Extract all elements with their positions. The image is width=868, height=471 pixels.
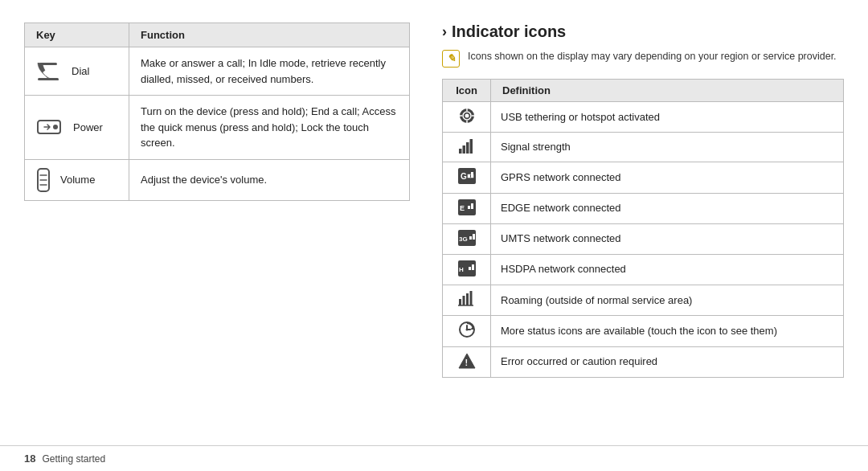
table-row: Roaming (outside of normal service area) [443,285,844,316]
table-row: H HSDPA network connected [443,254,844,285]
table-row: Power Turn on the device (press and hold… [25,96,410,160]
svg-rect-21 [468,174,470,178]
usb-tethering-icon [457,106,477,125]
power-label: Power [73,120,103,136]
power-icon [36,117,63,137]
footer-text: Getting started [42,453,105,465]
gprs-icon: G [457,166,477,186]
signal-strength-icon [457,137,477,156]
icon-header: Icon [443,80,491,102]
note-box: ✎ Icons shown on the display may vary de… [442,49,844,68]
roaming-icon [457,289,477,309]
svg-rect-34 [469,267,471,270]
table-row: ! Error occurred or caution required [443,346,844,377]
signal-strength-def: Signal strength [491,133,844,162]
main-content: Key Function [0,0,868,445]
error-icon-cell: ! [443,346,491,377]
volume-function: Adjust the device's volume. [129,159,410,200]
dial-icon [36,63,62,80]
footer: 18 Getting started [0,445,868,471]
svg-rect-16 [462,145,465,154]
svg-rect-27 [471,203,473,209]
edge-icon: E [457,198,477,217]
section-title: › Indicator icons [442,23,844,41]
svg-point-14 [465,114,469,118]
svg-rect-35 [472,264,474,270]
svg-rect-30 [469,236,472,240]
usb-tethering-def: USB tethering or hotspot activated [491,102,844,133]
table-row: Signal strength [443,133,844,162]
dial-label: Dial [72,63,89,80]
table-row: USB tethering or hotspot activated [443,102,844,133]
volume-label: Volume [60,172,95,188]
svg-point-3 [53,125,58,129]
indicator-icon-table: Icon Definition [442,79,844,378]
section-title-text: Indicator icons [452,23,566,41]
function-header: Function [129,23,410,47]
volume-icon [36,168,51,192]
roaming-def: Roaming (outside of normal service area) [491,285,844,316]
svg-text:3G: 3G [459,236,468,243]
umts-icon: 3G [457,228,477,248]
page-number: 18 [24,453,35,465]
svg-rect-22 [471,172,473,178]
dial-function: Make or answer a call; In Idle mode, ret… [129,47,410,96]
roaming-icon-cell [443,285,491,316]
hsdpa-icon-cell: H [443,254,491,285]
error-def: Error occurred or caution required [491,346,844,377]
table-row: More status icons are available (touch t… [443,316,844,346]
table-row: Volume Adjust the device's volume. [25,159,410,200]
dial-key-cell: Dial [25,47,129,96]
hsdpa-icon: H [457,259,477,278]
left-section: Key Function [24,23,410,429]
key-function-table: Key Function [24,23,410,201]
svg-rect-1 [39,63,57,65]
more-icons-icon [457,320,477,339]
definition-header: Definition [491,80,844,102]
right-section: › Indicator icons ✎ Icons shown on the d… [442,23,844,429]
edge-icon-cell: E [443,193,491,223]
table-row: G GPRS network connected [443,162,844,193]
svg-text:!: ! [465,358,468,367]
svg-text:H: H [459,266,464,273]
note-text: Icons shown on the display may vary depe… [468,49,837,64]
edge-def: EDGE network connected [491,193,844,223]
chevron-icon: › [442,23,447,40]
error-icon: ! [457,351,477,371]
svg-rect-15 [459,149,462,154]
table-row: Dial Make or answer a call; In Idle mode… [25,47,410,96]
svg-rect-0 [38,78,59,80]
umts-icon-cell: 3G [443,223,491,254]
svg-rect-31 [473,234,475,240]
more-icons-def: More status icons are available (touch t… [491,316,844,346]
svg-text:E: E [460,204,465,212]
table-row: E EDGE network connected [443,193,844,223]
gprs-icon-cell: G [443,162,491,193]
svg-point-44 [465,329,468,331]
key-header: Key [25,23,129,47]
signal-strength-icon-cell [443,133,491,162]
svg-rect-36 [459,299,461,305]
more-icons-icon-cell [443,316,491,346]
svg-text:G: G [461,172,467,181]
svg-rect-18 [469,139,473,154]
usb-tethering-icon-cell [443,102,491,133]
gprs-def: GPRS network connected [491,162,844,193]
power-function: Turn on the device (press and hold); End… [129,96,410,160]
svg-rect-39 [469,291,472,305]
svg-rect-26 [468,206,470,209]
svg-rect-38 [466,293,469,305]
table-row: 3G UMTS network connected [443,223,844,254]
svg-rect-37 [462,296,465,305]
umts-def: UMTS network connected [491,223,844,254]
volume-key-cell: Volume [25,159,129,200]
power-key-cell: Power [25,96,129,160]
hsdpa-def: HSDPA network connected [491,254,844,285]
svg-rect-17 [466,142,469,154]
note-icon: ✎ [442,50,460,68]
